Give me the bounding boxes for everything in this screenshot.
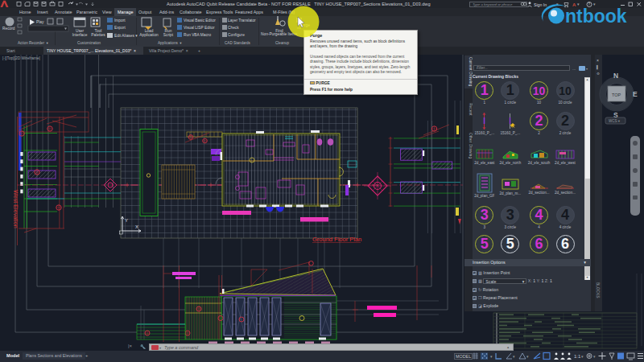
svg-text:TOP: TOP [612,93,621,97]
svg-text:N: N [613,72,618,80]
svg-text:West Elevation: West Elevation [12,190,19,228]
svg-text:WCS ▾: WCS ▾ [609,119,621,123]
svg-text:X: X [135,224,138,229]
svg-text:▾: ▾ [490,354,493,359]
svg-text:▾: ▾ [513,354,515,359]
svg-text:1:1: 1:1 [574,354,581,359]
svg-text:▾: ▾ [526,354,529,359]
svg-text:E: E [633,90,638,98]
svg-text:Y: Y [125,218,128,223]
svg-text:▾: ▾ [593,354,596,359]
svg-text:Ground Floor Plan: Ground Floor Plan [312,236,361,243]
svg-text:▾: ▾ [581,354,584,359]
svg-text:ntbook: ntbook [565,6,627,27]
